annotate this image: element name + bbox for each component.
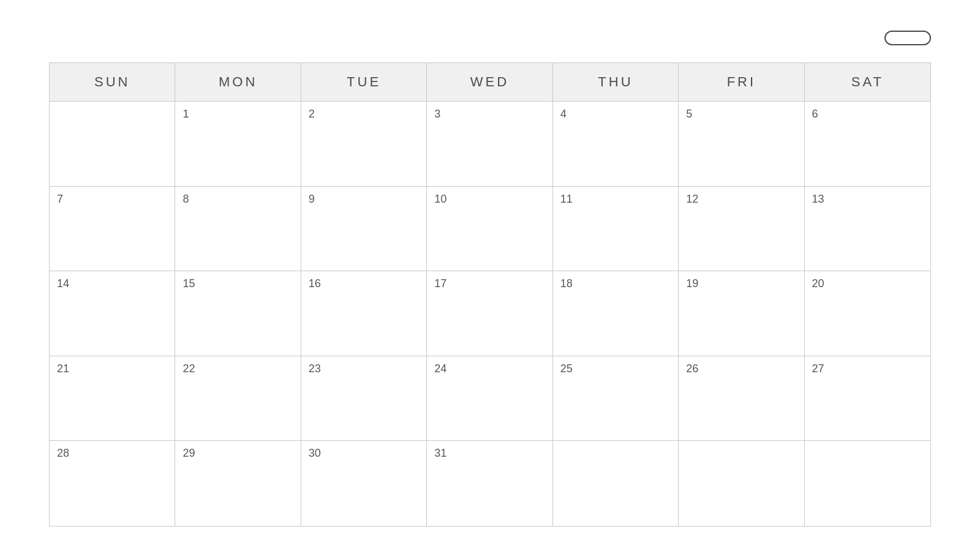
day-headers-row: SUNMONTUEWEDTHUFRISAT — [50, 63, 930, 102]
day-cell[interactable]: 4 — [553, 102, 679, 187]
day-cell[interactable]: 10 — [427, 187, 552, 272]
day-number: 19 — [686, 277, 698, 291]
day-cell[interactable] — [553, 441, 679, 526]
day-number: 1 — [183, 108, 189, 121]
day-number: 4 — [560, 108, 567, 121]
day-number: 25 — [560, 362, 573, 376]
day-number: 18 — [560, 277, 573, 291]
week-row-3: 14151617181920 — [50, 271, 930, 356]
day-cell[interactable]: 29 — [175, 441, 301, 526]
day-cell[interactable]: 18 — [553, 271, 679, 356]
calendar-weeks: 1234567891011121314151617181920212223242… — [50, 102, 930, 526]
day-cell[interactable]: 6 — [805, 102, 930, 187]
day-cell[interactable]: 23 — [301, 356, 427, 441]
day-header-fri: FRI — [679, 63, 804, 102]
day-number: 2 — [309, 108, 315, 121]
day-header-mon: MON — [175, 63, 301, 102]
day-number: 10 — [434, 193, 447, 206]
day-cell[interactable]: 8 — [175, 187, 301, 272]
day-cell[interactable]: 2 — [301, 102, 427, 187]
day-cell[interactable]: 26 — [679, 356, 804, 441]
day-cell[interactable]: 9 — [301, 187, 427, 272]
day-number: 16 — [309, 277, 321, 291]
day-number: 7 — [57, 193, 63, 206]
day-number: 24 — [434, 362, 447, 376]
day-cell[interactable]: 19 — [679, 271, 804, 356]
day-number: 9 — [309, 193, 315, 206]
day-header-sat: SAT — [805, 63, 930, 102]
day-number: 11 — [560, 193, 573, 206]
day-cell[interactable]: 14 — [50, 271, 175, 356]
day-cell[interactable]: 17 — [427, 271, 552, 356]
day-number: 30 — [309, 447, 321, 460]
day-header-sun: SUN — [50, 63, 175, 102]
day-number: 28 — [57, 447, 69, 460]
day-number: 15 — [183, 277, 195, 291]
day-cell[interactable] — [805, 441, 930, 526]
day-header-tue: TUE — [301, 63, 427, 102]
day-header-thu: THU — [553, 63, 679, 102]
day-cell[interactable]: 20 — [805, 271, 930, 356]
calendar-header — [49, 31, 931, 45]
day-number: 14 — [57, 277, 69, 291]
day-cell[interactable]: 31 — [427, 441, 552, 526]
day-cell[interactable]: 1 — [175, 102, 301, 187]
day-cell[interactable] — [679, 441, 804, 526]
day-number: 31 — [434, 447, 447, 460]
day-number: 22 — [183, 362, 195, 376]
day-number: 13 — [812, 193, 824, 206]
day-cell[interactable]: 13 — [805, 187, 930, 272]
day-cell[interactable]: 25 — [553, 356, 679, 441]
day-cell[interactable]: 3 — [427, 102, 552, 187]
day-number: 21 — [57, 362, 69, 376]
day-cell[interactable]: 24 — [427, 356, 552, 441]
day-number: 12 — [686, 193, 698, 206]
day-cell[interactable]: 21 — [50, 356, 175, 441]
day-cell[interactable]: 5 — [679, 102, 804, 187]
day-header-wed: WED — [427, 63, 552, 102]
day-cell[interactable]: 22 — [175, 356, 301, 441]
calendar-grid: SUNMONTUEWEDTHUFRISAT 123456789101112131… — [49, 62, 931, 527]
day-cell[interactable]: 30 — [301, 441, 427, 526]
week-row-1: 123456 — [50, 102, 930, 187]
day-number: 6 — [812, 108, 818, 121]
day-number: 8 — [183, 193, 189, 206]
year-badge — [884, 31, 931, 45]
day-number: 27 — [812, 362, 824, 376]
day-number: 5 — [686, 108, 692, 121]
day-cell[interactable]: 28 — [50, 441, 175, 526]
week-row-5: 28293031 — [50, 441, 930, 526]
day-number: 23 — [309, 362, 321, 376]
week-row-4: 21222324252627 — [50, 356, 930, 441]
day-cell[interactable]: 15 — [175, 271, 301, 356]
day-cell[interactable] — [50, 102, 175, 187]
day-number: 29 — [183, 447, 195, 460]
day-cell[interactable]: 7 — [50, 187, 175, 272]
day-cell[interactable]: 12 — [679, 187, 804, 272]
day-number: 20 — [812, 277, 824, 291]
week-row-2: 78910111213 — [50, 187, 930, 272]
day-cell[interactable]: 11 — [553, 187, 679, 272]
day-cell[interactable]: 27 — [805, 356, 930, 441]
day-number: 26 — [686, 362, 698, 376]
day-cell[interactable]: 16 — [301, 271, 427, 356]
day-number: 17 — [434, 277, 447, 291]
day-number: 3 — [434, 108, 440, 121]
